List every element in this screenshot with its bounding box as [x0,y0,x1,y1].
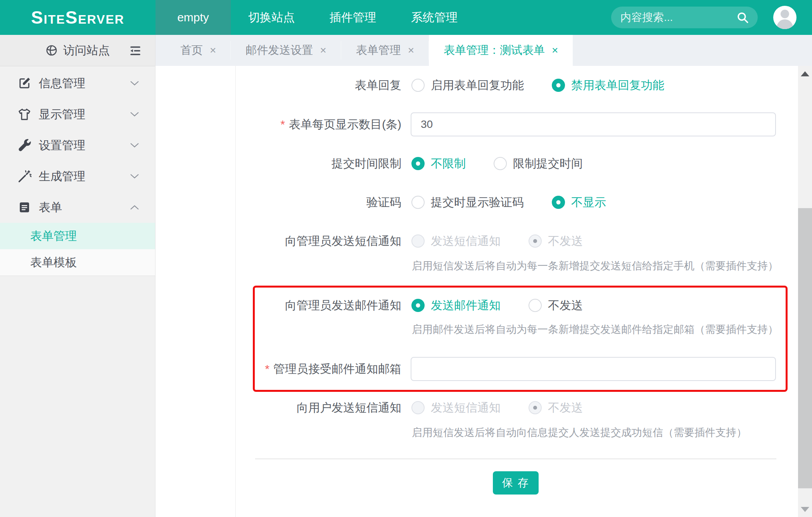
radio-no-limit[interactable]: 不限制 [411,156,466,172]
page-size-input[interactable] [411,112,776,136]
sidebar-item-label: 显示管理 [39,107,85,122]
avatar-person-icon [781,10,789,18]
help-text-admin-mail: 启用邮件发送后将自动为每一条新增提交发送邮件给指定邮箱（需要插件支持） [412,322,778,337]
content-search-box[interactable] [611,7,758,28]
form-row-time-limit: 提交时间限制 不限制 限制提交时间 [155,152,796,175]
sidebar-item-label: 生成管理 [39,169,85,184]
nav-item-system-management[interactable]: 系统管理 [394,0,475,35]
tab-form-management[interactable]: 表单管理 × [341,35,429,66]
close-icon[interactable]: × [210,44,216,57]
help-text-user-sms: 启用短信发送后将自动向信息提交人发送提交成功短信（需要插件支持） [412,425,747,440]
radio-icon [411,196,425,209]
visit-site-label: 访问站点 [63,43,110,59]
radio-icon [411,234,425,248]
collapse-sidebar-icon[interactable] [129,44,142,57]
radio-no-send-mail[interactable]: 不发送 [529,298,583,314]
form-row-form-reply: 表单回复 启用表单回复功能 禁用表单回复功能 [155,74,796,97]
radio-limit-time[interactable]: 限制提交时间 [494,156,583,172]
logo-text: SiteServer [31,7,124,28]
field-label: *表单每页显示数目(条) [155,117,401,133]
radio-icon [411,299,425,312]
current-site-button[interactable]: empty [155,0,231,35]
radio-show-captcha[interactable]: 提交时显示验证码 [411,195,524,210]
radio-icon [529,234,542,248]
nav-item-switch-site[interactable]: 切换站点 [231,0,312,35]
top-nav: 切换站点 插件管理 系统管理 [231,0,475,35]
header-right [611,0,812,35]
chevron-down-icon [130,173,140,179]
search-icon[interactable] [736,11,749,24]
sidebar-item-form-templates[interactable]: 表单模板 [0,249,155,276]
radio-icon [529,299,542,312]
tab-bar: 首页 × 邮件发送设置 × 表单管理 × 表单管理：测试表单 × [155,35,812,66]
user-avatar[interactable] [773,6,796,29]
form-row-admin-mail-address: *管理员接受邮件通知邮箱 [155,357,796,381]
scroll-up-arrow-icon[interactable] [798,67,812,81]
sidebar-item-settings-management[interactable]: 设置管理 [0,130,155,161]
sidebar-item-form-management[interactable]: 表单管理 [0,223,155,249]
nav-item-plugin-management[interactable]: 插件管理 [312,0,394,35]
sidebar-item-label: 信息管理 [39,76,85,91]
radio-icon [411,79,425,92]
tab-form-management-test-form[interactable]: 表单管理：测试表单 × [429,35,573,66]
field-label: 表单回复 [155,78,401,93]
scroll-down-arrow-icon[interactable] [798,502,812,516]
field-label: *管理员接受邮件通知邮箱 [155,361,401,377]
edit-square-icon [17,76,32,91]
field-label: 向管理员发送邮件通知 [155,298,401,314]
help-text-admin-sms: 启用短信发送后将自动为每一条新增提交发送短信给指定手机（需要插件支持） [412,258,778,274]
sidebar-item-display-management[interactable]: 显示管理 [0,99,155,130]
radio-hide-captcha[interactable]: 不显示 [552,195,606,210]
form-row-captcha: 验证码 提交时显示验证码 不显示 [155,191,796,214]
chevron-up-icon [130,204,140,210]
document-icon [17,200,32,215]
field-label: 向用户发送短信通知 [155,400,401,416]
field-label: 验证码 [155,195,401,210]
sidebar-item-generate-management[interactable]: 生成管理 [0,161,155,192]
save-button[interactable]: 保 存 [493,471,539,495]
app-header: SiteServer empty 切换站点 插件管理 系统管理 [0,0,812,35]
field-label: 向管理员发送短信通知 [155,233,401,249]
tab-home[interactable]: 首页 × [166,35,231,66]
form-row-admin-mail: 向管理员发送邮件通知 发送邮件通知 不发送 [155,294,796,317]
visit-site-button[interactable]: 访问站点 [0,35,155,66]
form-row-page-size: *表单每页显示数目(条) [155,112,796,136]
chevron-down-icon [130,80,140,86]
form-divider [255,458,776,459]
radio-disable-form-reply[interactable]: 禁用表单回复功能 [552,78,664,93]
vertical-scrollbar[interactable] [798,66,812,517]
scrollbar-thumb[interactable] [798,208,812,488]
sidebar-item-info-management[interactable]: 信息管理 [0,68,155,99]
radio-send-sms: 发送短信通知 [411,233,501,249]
sidebar-menu: 信息管理 显示管理 设置管理 生成管理 [0,66,155,276]
radio-icon [411,157,425,170]
magic-wand-icon [17,169,32,184]
logo: SiteServer [0,0,155,35]
wrench-icon [17,138,32,153]
close-icon[interactable]: × [552,44,558,57]
sidebar: 访问站点 信息管理 显示管理 设置管 [0,35,155,517]
radio-icon [529,401,542,414]
sidebar-item-label: 表单 [39,200,62,215]
radio-no-send-sms: 不发送 [529,233,583,249]
admin-mail-address-input[interactable] [411,357,776,381]
field-label: 提交时间限制 [155,156,401,172]
sidebar-item-forms[interactable]: 表单 [0,192,155,223]
close-icon[interactable]: × [408,44,414,57]
radio-icon [552,79,565,92]
required-asterisk: * [280,118,285,131]
forms-submenu: 表单管理 表单模板 [0,223,155,276]
radio-icon [552,196,565,209]
radio-send-mail-notification[interactable]: 发送邮件通知 [411,298,501,314]
chevron-down-icon [130,111,140,117]
form-row-admin-sms: 向管理员发送短信通知 发送短信通知 不发送 [155,229,796,253]
required-asterisk: * [265,362,270,376]
radio-icon [411,401,425,414]
radio-enable-form-reply[interactable]: 启用表单回复功能 [411,78,524,93]
tab-mail-settings[interactable]: 邮件发送设置 × [231,35,341,66]
tshirt-icon [17,107,32,122]
search-input[interactable] [620,11,736,24]
chevron-down-icon [130,142,140,148]
close-icon[interactable]: × [320,44,326,57]
radio-user-send-sms: 发送短信通知 [411,400,501,416]
